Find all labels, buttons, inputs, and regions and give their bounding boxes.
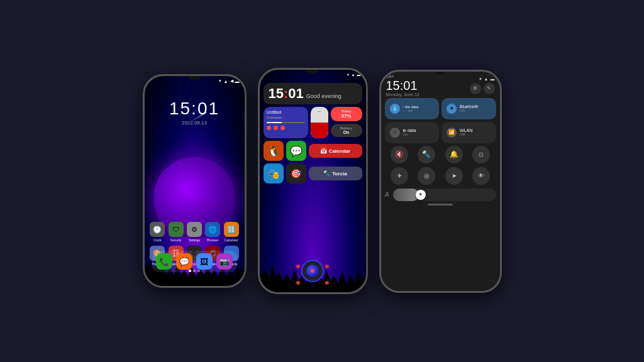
music-title: Untitled bbox=[267, 110, 305, 114]
time-widget: 15 : 01 Good evening bbox=[264, 83, 362, 104]
dock-phone[interactable]: 📞 bbox=[156, 253, 172, 270]
control-dot-1[interactable] bbox=[267, 126, 271, 130]
brightness-auto-label: A bbox=[385, 191, 389, 198]
battery-icon-2: ▬ bbox=[357, 73, 361, 77]
fab-dot bbox=[311, 269, 314, 273]
browser-icon: 🌐 bbox=[205, 222, 220, 237]
tile-bluetooth-val: On bbox=[460, 109, 491, 112]
slider-widget[interactable]: — bbox=[311, 107, 328, 138]
phone3-header-left: SA+ 15:01 Monday, June 13 bbox=[386, 74, 419, 97]
phone3-screen: SA+ 15:01 Monday, June 13 ✦ ▲ ▬ ⚙ ✎ bbox=[381, 72, 500, 291]
bt-icon: ✦ bbox=[347, 72, 350, 77]
tile-water-text: ◦ tile data — val bbox=[403, 105, 435, 112]
tile-bluetooth[interactable]: ✦ Bluetooth On bbox=[441, 98, 496, 119]
home-indicator bbox=[428, 204, 453, 206]
notch-2 bbox=[306, 70, 319, 74]
app-browser[interactable]: 🌐 Browser bbox=[205, 222, 220, 242]
eye-button[interactable]: 👁 bbox=[472, 167, 490, 185]
clock-icon: 🕐 bbox=[150, 222, 165, 237]
mobile-data-icon: ↕ bbox=[390, 128, 400, 138]
music-progress-fill bbox=[267, 122, 282, 123]
home-bar bbox=[381, 204, 500, 206]
tile-wlan-text: WLAN Off bbox=[460, 128, 491, 136]
fab-inner bbox=[306, 265, 319, 277]
sa-label: SA+ bbox=[386, 74, 419, 79]
app2-icon-1[interactable]: 🐧 bbox=[264, 141, 284, 161]
settings-header-icon[interactable]: ⚙ bbox=[470, 83, 481, 94]
dock-gallery[interactable]: 🖼 bbox=[196, 253, 213, 270]
fab-dot-top-left bbox=[296, 265, 300, 268]
music-controls bbox=[267, 126, 305, 130]
slider-fill bbox=[311, 123, 328, 138]
phone1-date: 2022.06.13 bbox=[145, 120, 245, 126]
app2-icon-4[interactable]: 🎯 bbox=[286, 163, 306, 184]
app2-icon-3[interactable]: 🎭 bbox=[264, 163, 284, 184]
settings-label: Settings bbox=[189, 238, 200, 242]
mute-button[interactable]: 🔇 bbox=[391, 146, 408, 163]
app-shortcut-row-1: 🐧 💬 📅 Calendar bbox=[264, 141, 362, 161]
tile-wlan-val: Off bbox=[460, 133, 491, 136]
wlan-icon: 📶 bbox=[447, 128, 457, 138]
battery-widget: Battery On bbox=[331, 124, 362, 137]
browser-label: Browser bbox=[207, 238, 218, 242]
calendar-btn-icon: 📅 bbox=[320, 148, 327, 154]
app-security[interactable]: 🛡 Security bbox=[169, 222, 184, 242]
fab-dot-left bbox=[296, 281, 300, 285]
fab-button[interactable] bbox=[301, 260, 324, 282]
brightness-fill bbox=[393, 189, 419, 201]
app-calculator[interactable]: 🔢 Calculator bbox=[224, 222, 239, 242]
tile-mobile-data[interactable]: ↕ le data On bbox=[385, 122, 440, 143]
clock-label: Clock bbox=[153, 238, 162, 242]
app2-icon-2[interactable]: 💬 bbox=[286, 141, 306, 161]
edit-header-icon[interactable]: ✎ bbox=[484, 83, 495, 94]
app-clock[interactable]: 🕐 Clock bbox=[150, 222, 165, 242]
phone3-action-icons: ⚙ ✎ bbox=[470, 83, 495, 94]
calendar-button[interactable]: 📅 Calendar bbox=[309, 144, 362, 158]
torcia-btn-icon: 🔦 bbox=[323, 170, 330, 177]
torch-button[interactable]: 🔦 bbox=[418, 146, 435, 163]
brightness-control: A ☀ bbox=[385, 189, 496, 201]
airplane-button[interactable]: ✈ bbox=[391, 167, 408, 185]
middle-widgets-row: Untitled Unknown — Today bbox=[264, 107, 362, 138]
calculator-label: Calculator bbox=[224, 238, 238, 242]
today-pct: 37% bbox=[333, 113, 360, 119]
app-shortcut-row-2: 🎭 🎯 🔦 Torcia bbox=[264, 163, 362, 184]
tile-bluetooth-text: Bluetooth On bbox=[460, 104, 491, 112]
screen-button[interactable]: ⊡ bbox=[472, 146, 490, 163]
phone1-screen: ✦ ▲ ◀ ▬ 15:01 2022.06.13 🕐 Clock 🛡 Secur… bbox=[145, 76, 245, 286]
settings-icon: ⚙ bbox=[187, 222, 202, 237]
signal-icon-3: ▲ bbox=[484, 77, 489, 81]
bell-button[interactable]: 🔔 bbox=[445, 146, 463, 163]
quick-icon-row-2: ✈ ◎ ➤ 👁 bbox=[381, 167, 500, 189]
tile-water-val: — val bbox=[403, 109, 435, 112]
calendar-btn-label: Calendar bbox=[329, 148, 350, 154]
torcia-btn-label: Torcia bbox=[332, 171, 347, 177]
tile-water[interactable]: 💧 ◦ tile data — val bbox=[385, 98, 440, 119]
dock-camera[interactable]: 📷 bbox=[216, 253, 233, 270]
right-widgets-col: Today 37% Battery On bbox=[331, 107, 362, 138]
music-sub: Unknown bbox=[267, 116, 305, 119]
tile-mobile-data-val: On bbox=[403, 133, 435, 136]
location-button[interactable]: ➤ bbox=[445, 167, 463, 185]
control-dot-2[interactable] bbox=[274, 126, 278, 130]
tile-wlan[interactable]: 📶 WLAN Off bbox=[441, 122, 496, 143]
nfc-button[interactable]: ◎ bbox=[418, 167, 435, 185]
slider-label: — bbox=[318, 109, 321, 113]
brightness-track[interactable]: ☀ bbox=[393, 189, 496, 201]
phone3-header: SA+ 15:01 Monday, June 13 ✦ ▲ ▬ ⚙ ✎ bbox=[381, 72, 500, 98]
quick-settings-tiles: 💧 ◦ tile data — val ✦ Bluetooth On ↕ le … bbox=[381, 98, 500, 146]
battery-val: On bbox=[333, 130, 360, 134]
phone1-time: 15:01 bbox=[145, 99, 245, 119]
torcia-button[interactable]: 🔦 Torcia bbox=[309, 167, 362, 180]
phone-2: ✦ ▲ ▬ 15 : 01 Good evening Untitled Unkn… bbox=[258, 68, 368, 294]
water-icon: 💧 bbox=[390, 104, 400, 114]
dock: 📞 💬 🖼 📷 bbox=[152, 251, 237, 272]
app-settings[interactable]: ⚙ Settings bbox=[187, 222, 202, 242]
dock-messages[interactable]: 💬 bbox=[176, 253, 192, 270]
notch-1 bbox=[188, 76, 201, 80]
fab-dot-top-right bbox=[325, 265, 329, 268]
time-min: 01 bbox=[288, 85, 303, 102]
control-dot-3[interactable] bbox=[280, 126, 285, 130]
signal-icon: ▲ bbox=[224, 79, 228, 84]
bt-icon-3: ✦ bbox=[479, 77, 482, 82]
